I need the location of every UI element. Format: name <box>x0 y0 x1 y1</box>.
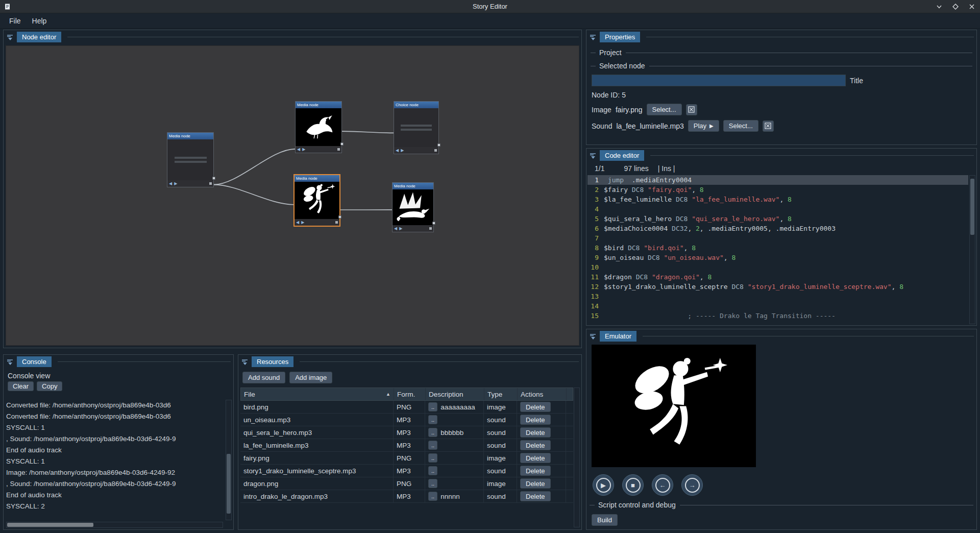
delete-button[interactable]: Delete <box>520 402 551 412</box>
panel-collapse-icon[interactable] <box>241 358 249 366</box>
code-scrollbar[interactable] <box>969 175 975 324</box>
title-input[interactable] <box>592 75 846 86</box>
copy-button[interactable]: Copy <box>37 381 62 391</box>
description-text: aaaaaaaaa <box>440 403 475 411</box>
scrollbar-thumb[interactable] <box>970 179 974 235</box>
delete-button[interactable]: Delete <box>520 440 551 450</box>
console-line: SYSCALL: 2 <box>6 501 223 512</box>
tab-console[interactable]: Console <box>17 356 52 367</box>
edit-description-button[interactable]: .. <box>428 415 437 424</box>
play-button[interactable]: ▶ <box>593 474 614 496</box>
close-button[interactable] <box>964 1 980 13</box>
edit-description-button[interactable]: .. <box>428 428 437 437</box>
tab-properties[interactable]: Properties <box>600 32 640 42</box>
delete-button[interactable]: Delete <box>520 453 551 463</box>
line-number: 11 <box>587 272 604 282</box>
image-select-button[interactable]: Select... <box>647 104 682 115</box>
menu-file[interactable]: File <box>4 15 26 27</box>
panel-collapse-icon[interactable] <box>589 332 597 340</box>
column-header-file[interactable]: File▲ <box>241 388 394 400</box>
node-output-pin[interactable] <box>338 215 341 219</box>
node-output-pin[interactable] <box>437 143 440 147</box>
play-sound-button[interactable]: Play ▶ <box>688 120 719 132</box>
menu-help[interactable]: Help <box>27 15 52 27</box>
stop-button[interactable]: ■ <box>622 474 644 496</box>
sound-select-button[interactable]: Select... <box>723 120 758 132</box>
node-dragon[interactable]: Media node ◀▶ <box>392 182 434 232</box>
next-frame-icon[interactable]: ▶ <box>401 148 404 153</box>
next-frame-icon[interactable]: ▶ <box>302 147 305 152</box>
column-header-form[interactable]: Form. <box>394 388 426 400</box>
minimize-button[interactable] <box>931 1 947 13</box>
table-row[interactable]: un_oiseau.mp3MP3..soundDelete <box>240 414 573 426</box>
console-output[interactable]: Converted file: /home/anthony/ostproj/ba… <box>6 400 223 520</box>
scrollbar-thumb[interactable] <box>227 454 231 514</box>
prev-frame-icon[interactable]: ◀ <box>394 226 397 231</box>
panel-collapse-icon[interactable] <box>589 33 597 41</box>
scrollbar-thumb[interactable] <box>7 523 93 527</box>
next-frame-icon[interactable]: ▶ <box>399 226 402 231</box>
code-text-area[interactable]: 1 jump .mediaEntry00042$fairy DC8 "fairy… <box>587 175 968 321</box>
table-row[interactable]: dragon.pngPNG..imageDelete <box>240 477 573 490</box>
table-row[interactable]: story1_drako_luminelle_sceptre.mp3MP3..s… <box>240 465 573 477</box>
panel-collapse-icon[interactable] <box>6 33 14 41</box>
node-output-pin[interactable] <box>212 177 215 180</box>
console-v-scrollbar[interactable] <box>226 400 232 520</box>
maximize-button[interactable] <box>947 1 964 13</box>
table-row[interactable]: fairy.pngPNG..imageDelete <box>240 452 573 465</box>
console-h-scrollbar[interactable] <box>6 522 223 528</box>
node-canvas[interactable]: Media node◀▶Media node ◀▶Choice node◀▶Me… <box>6 45 579 346</box>
clear-button[interactable]: Clear <box>8 381 34 391</box>
table-row[interactable]: bird.pngPNG..aaaaaaaaaimageDelete <box>240 401 573 414</box>
add-image-button[interactable]: Add image <box>289 372 332 383</box>
node-bird[interactable]: Media node ◀▶ <box>295 101 342 153</box>
next-frame-icon[interactable]: ▶ <box>174 181 177 186</box>
tab-node-editor[interactable]: Node editor <box>17 32 61 42</box>
delete-button[interactable]: Delete <box>520 427 551 438</box>
edit-description-button[interactable]: .. <box>428 402 437 411</box>
tab-code-editor[interactable]: Code editor <box>600 150 644 161</box>
panel-collapse-icon[interactable] <box>589 152 597 159</box>
edit-description-button[interactable]: .. <box>428 453 437 463</box>
tab-resources[interactable]: Resources <box>252 356 293 367</box>
build-button[interactable]: Build <box>592 514 618 526</box>
edit-description-button[interactable]: .. <box>428 492 437 501</box>
table-row[interactable]: intro_drako_le_dragon.mp3MP3..nnnnnsound… <box>240 490 573 503</box>
prev-frame-icon[interactable]: ◀ <box>297 147 300 152</box>
node-entry[interactable]: Media node◀▶ <box>167 132 214 187</box>
edit-description-button[interactable]: .. <box>428 466 437 475</box>
column-header-description[interactable]: Description <box>426 388 484 400</box>
delete-button[interactable]: Delete <box>520 466 551 476</box>
tab-emulator[interactable]: Emulator <box>600 331 636 342</box>
panel-collapse-icon[interactable] <box>6 358 14 366</box>
image-clear-button[interactable] <box>686 104 697 115</box>
column-header-type[interactable]: Type <box>484 388 518 400</box>
resources-scrollbar[interactable] <box>574 387 580 527</box>
group-project: Project <box>591 49 972 57</box>
next-frame-icon[interactable]: ▶ <box>301 220 304 225</box>
node-output-pin[interactable] <box>432 222 435 225</box>
prev-frame-icon[interactable]: ◀ <box>296 220 299 225</box>
prev-frame-icon[interactable]: ◀ <box>169 181 172 186</box>
sound-clear-button[interactable] <box>763 120 774 132</box>
delete-button[interactable]: Delete <box>520 491 551 501</box>
node-choice[interactable]: Choice node◀▶ <box>394 101 439 154</box>
step-forward-button[interactable]: → <box>681 474 703 496</box>
node-output-pin[interactable] <box>340 142 344 146</box>
column-header-actions[interactable]: Actions <box>518 388 567 400</box>
table-row[interactable]: qui_sera_le_hero.mp3MP3..bbbbbbsoundDele… <box>240 426 573 439</box>
edit-description-button[interactable]: .. <box>428 441 437 450</box>
node-fairy[interactable]: Media node ◀▶ <box>293 174 340 227</box>
code-line: 13 <box>587 292 968 301</box>
code-line: 9$un_oiseau DC8 "un_oiseau.wav", 8 <box>587 253 968 262</box>
add-sound-button[interactable]: Add sound <box>242 372 285 383</box>
description-cell: ..nnnnn <box>425 490 484 502</box>
delete-button[interactable]: Delete <box>520 478 551 489</box>
delete-button[interactable]: Delete <box>520 415 551 425</box>
actions-cell: Delete <box>517 465 566 477</box>
dragon-thumbnail <box>393 189 433 225</box>
prev-frame-icon[interactable]: ◀ <box>396 148 399 153</box>
edit-description-button[interactable]: .. <box>428 479 437 488</box>
table-row[interactable]: la_fee_luminelle.mp3MP3..soundDelete <box>240 439 573 452</box>
step-back-button[interactable]: ← <box>652 474 673 496</box>
